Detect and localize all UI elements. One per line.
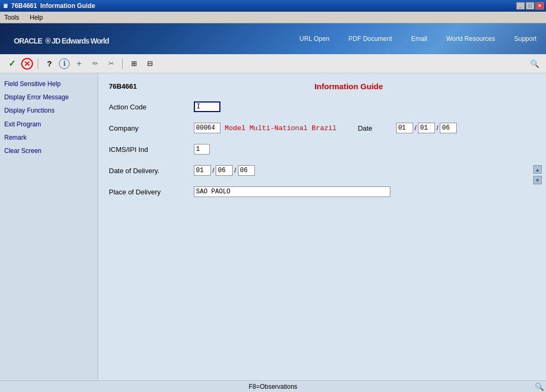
header-banner: ORACLE® JD Edwards World URL Open PDF Do…	[0, 23, 546, 54]
nav-world-resources[interactable]: World Resources	[437, 23, 505, 54]
main-form: 76B4661 Information Guide Action Code Co…	[98, 73, 546, 380]
company-description: Model Multi-National Brazil	[225, 124, 337, 132]
sidebar-item-field-sensitive-help[interactable]: Field Sensitive Help	[0, 78, 98, 91]
form-title: Information Guide	[162, 82, 535, 91]
ok-button[interactable]: ✓	[5, 57, 18, 70]
app-icon: 🖥	[2, 3, 8, 9]
sidebar-item-clear-screen[interactable]: Clear Screen	[0, 144, 98, 158]
minimize-button[interactable]: _	[516, 2, 525, 10]
action-code-row: Action Code	[109, 101, 535, 112]
company-input[interactable]	[194, 123, 220, 133]
scroll-up-button[interactable]: ▲	[533, 165, 542, 174]
maximize-button[interactable]: □	[526, 2, 534, 10]
nav-email[interactable]: Email	[402, 23, 437, 54]
menu-bar: Tools Help	[0, 12, 546, 23]
company-label: Company	[109, 124, 194, 132]
menu-tools[interactable]: Tools	[2, 13, 21, 22]
place-delivery-input[interactable]	[194, 186, 390, 197]
sidebar-item-display-functions[interactable]: Display Functions	[0, 104, 98, 117]
jd-edwards-text: ® JD Edwards World	[45, 37, 109, 45]
footer-bar: F8=Observations 🔍	[0, 380, 546, 392]
delivery-year-input[interactable]	[238, 165, 255, 176]
help-button[interactable]: ?	[43, 57, 56, 70]
place-delivery-row: Place of Delivery	[109, 186, 535, 197]
menu-help[interactable]: Help	[28, 13, 45, 22]
icms-row: ICMS/IPI Ind	[109, 144, 535, 155]
edit-button[interactable]: ✏	[89, 57, 101, 70]
nav-pdf-document[interactable]: PDF Document	[339, 23, 402, 54]
sidebar-item-display-error-message[interactable]: Display Error Message	[0, 91, 98, 104]
form-code: 76B4661	[109, 82, 162, 90]
form-title-row: 76B4661 Information Guide	[109, 82, 535, 91]
copy-button[interactable]: ⊞	[127, 57, 140, 70]
icms-label: ICMS/IPI Ind	[109, 146, 194, 154]
header-nav: URL Open PDF Document Email World Resour…	[290, 23, 546, 54]
right-scroll: ▲ ▼	[533, 165, 542, 184]
title-bar-controls: _ □ ✕	[516, 2, 544, 10]
delivery-day-input[interactable]	[216, 165, 233, 176]
title-bar-left: 🖥 76B4661 Information Guide	[2, 2, 95, 10]
toolbar: ✓ ✕ ? ℹ + ✏ ✂ ⊞ ⊟ 🔍	[0, 54, 546, 73]
title-bar: 🖥 76B4661 Information Guide _ □ ✕	[0, 0, 546, 12]
delivery-date-group: / /	[194, 165, 255, 176]
content-area: Field Sensitive Help Display Error Messa…	[0, 73, 546, 380]
nav-support[interactable]: Support	[505, 23, 546, 54]
title-bar-title: Information Guide	[40, 2, 95, 10]
scroll-down-button[interactable]: ▼	[533, 176, 542, 184]
toolbar-sep-1	[38, 58, 38, 69]
date-group: / /	[396, 123, 457, 133]
close-button[interactable]: ✕	[535, 2, 544, 10]
cancel-button[interactable]: ✕	[21, 58, 33, 70]
delivery-month-input[interactable]	[194, 165, 211, 176]
footer-shortcut: F8=Observations	[249, 383, 297, 390]
title-bar-code: 76B4661	[11, 2, 37, 10]
delete-button[interactable]: ✂	[105, 57, 117, 70]
paste-button[interactable]: ⊟	[143, 57, 156, 70]
action-code-label: Action Code	[109, 103, 194, 111]
nav-url-open[interactable]: URL Open	[290, 23, 339, 54]
icms-input[interactable]	[194, 144, 210, 155]
date-delivery-label: Date of Delivery.	[109, 167, 194, 175]
date-delivery-row: Date of Delivery. / /	[109, 165, 535, 176]
date-year-input[interactable]	[440, 123, 457, 133]
action-code-input[interactable]	[194, 101, 220, 112]
search-button[interactable]: 🔍	[528, 57, 541, 70]
sidebar: Field Sensitive Help Display Error Messa…	[0, 73, 98, 380]
oracle-logo: ORACLE® JD Edwards World	[11, 30, 109, 47]
date-month-input[interactable]	[396, 123, 413, 133]
place-delivery-label: Place of Delivery	[109, 188, 194, 196]
date-label: Date	[358, 124, 390, 132]
sidebar-item-remark[interactable]: Remark	[0, 131, 98, 144]
footer-search-icon[interactable]: 🔍	[535, 382, 544, 391]
oracle-text: ORACLE	[14, 37, 42, 45]
company-row: Company Model Multi-National Brazil Date…	[109, 123, 535, 133]
add-button[interactable]: +	[73, 57, 86, 70]
info-button[interactable]: ℹ	[59, 58, 70, 69]
toolbar-sep-2	[122, 58, 123, 69]
date-day-input[interactable]	[418, 123, 435, 133]
sidebar-item-exit-program[interactable]: Exit Program	[0, 118, 98, 131]
